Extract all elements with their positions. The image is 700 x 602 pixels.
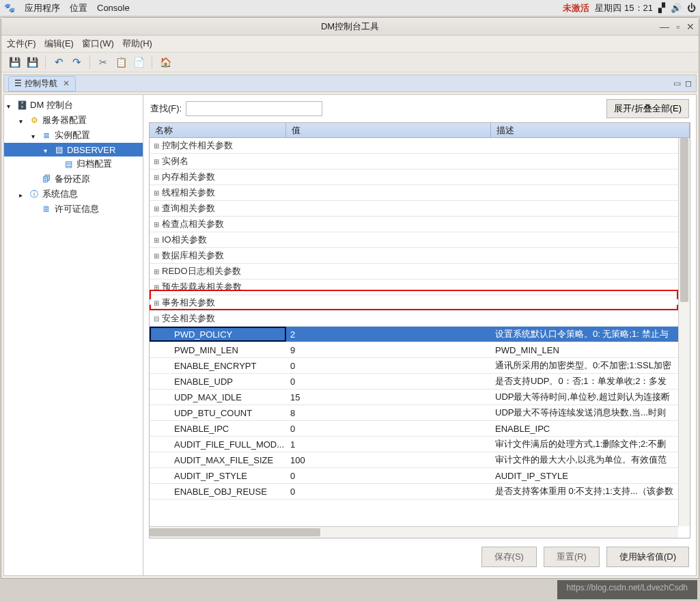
param-row[interactable]: UDP_BTU_COUNT8UDP最大不等待连续发送消息块数,当...时则	[150, 405, 678, 421]
vertical-scrollbar[interactable]	[678, 138, 690, 526]
maximize-button[interactable]: ▫	[676, 21, 680, 32]
menu-console[interactable]: Console	[97, 3, 130, 13]
param-row[interactable]: PWD_MIN_LEN9PWD_MIN_LEN	[150, 342, 678, 358]
tree-backup[interactable]: 🗐 备份还原	[4, 172, 143, 187]
group-row[interactable]: 线程相关参数	[150, 185, 678, 201]
param-value[interactable]: 0	[286, 358, 491, 373]
tree-archive-config[interactable]: ▤ 归档配置	[4, 156, 143, 172]
param-name: PWD_MIN_LEN	[150, 342, 286, 357]
group-row[interactable]: 实例名	[150, 154, 678, 169]
horizontal-scrollbar[interactable]	[150, 526, 678, 538]
redo-icon[interactable]: ↷	[69, 55, 84, 70]
volume-icon[interactable]: 🔊	[671, 3, 682, 13]
toolbar: 💾 💾 ↶ ↷ ✂ 📋 📄 🏠	[1, 52, 699, 72]
group-row[interactable]: 内存相关参数	[150, 169, 678, 185]
close-button[interactable]: ✕	[686, 21, 695, 32]
param-row[interactable]: AUDIT_FILE_FULL_MOD...1审计文件满后的处理方式,1:删除文…	[150, 437, 678, 452]
param-row[interactable]: AUDIT_MAX_FILE_SIZE100审计文件的最大大小,以兆为单位。有效…	[150, 452, 678, 468]
param-row[interactable]: ENABLE_OBJ_REUSE0是否支持客体重用 0:不支持;1:支持...（…	[150, 484, 678, 500]
tree-label: 实例配置	[55, 129, 90, 141]
param-value[interactable]: 9	[286, 342, 491, 357]
save-all-icon[interactable]: 💾	[25, 55, 40, 70]
cut-icon[interactable]: ✂	[96, 55, 111, 70]
home-icon[interactable]: 🏠	[158, 55, 173, 70]
group-row[interactable]: 事务相关参数	[150, 295, 678, 311]
param-value[interactable]: 100	[286, 452, 491, 467]
param-value[interactable]: 1	[286, 437, 491, 452]
cell-desc	[491, 264, 678, 279]
tree-dbserver[interactable]: ▤ DBSERVER	[4, 143, 143, 156]
param-desc: AUDIT_IP_STYLE	[491, 468, 678, 483]
param-desc: ENABLE_IPC	[491, 421, 678, 436]
col-desc[interactable]: 描述	[491, 123, 690, 137]
scrollbar-thumb[interactable]	[680, 138, 688, 302]
param-value[interactable]: 0	[286, 468, 491, 483]
power-icon[interactable]: ⏻	[687, 3, 696, 13]
close-icon[interactable]: ✕	[63, 79, 70, 88]
group-row[interactable]: 数据库相关参数	[150, 248, 678, 264]
param-row[interactable]: ENABLE_IPC0ENABLE_IPC	[150, 421, 678, 437]
menu-help[interactable]: 帮助(H)	[122, 38, 152, 50]
expand-collapse-button[interactable]: 展开/折叠全部(E)	[606, 99, 689, 118]
network-icon[interactable]: ▞	[658, 3, 665, 13]
group-row[interactable]: IO相关参数	[150, 232, 678, 248]
param-value[interactable]: 0	[286, 484, 491, 499]
param-row[interactable]: PWD_POLICY2设置系统默认口令策略。0: 无策略;1: 禁止与	[150, 327, 678, 342]
param-row[interactable]: ENABLE_ENCRYPT0通讯所采用的加密类型。0:不加密;1:SSL加密	[150, 358, 678, 374]
minimize-button[interactable]: —	[660, 21, 669, 32]
group-row[interactable]: 控制文件相关参数	[150, 138, 678, 154]
reset-button[interactable]: 重置(R)	[544, 547, 600, 567]
col-value[interactable]: 值	[286, 123, 491, 137]
copy-icon[interactable]: 📋	[113, 55, 128, 70]
param-value[interactable]: 0	[286, 421, 491, 436]
param-name: ENABLE_IPC	[150, 421, 286, 436]
param-value[interactable]: 8	[286, 405, 491, 420]
param-row[interactable]: AUDIT_IP_STYLE0AUDIT_IP_STYLE	[150, 468, 678, 484]
param-row[interactable]: ENABLE_UDP0是否支持UDP。0：否;1：单发单收;2：多发	[150, 374, 678, 389]
console-icon: 🗄️	[16, 100, 27, 111]
group-row[interactable]: REDO日志相关参数	[150, 264, 678, 279]
tree-root[interactable]: 🗄️ DM 控制台	[4, 98, 143, 113]
minimize-view-icon[interactable]: ▭	[673, 79, 681, 88]
menu-file[interactable]: 文件(F)	[7, 38, 36, 50]
tab-control-nav[interactable]: ☰ 控制导航 ✕	[8, 76, 76, 92]
tree-license[interactable]: 🗏 许可证信息	[4, 202, 143, 217]
tree-instance-config[interactable]: ≣ 实例配置	[4, 128, 143, 143]
group-name: 事务相关参数	[150, 295, 286, 310]
tree-sysinfo[interactable]: ⓘ 系统信息	[4, 187, 143, 202]
search-input[interactable]	[186, 101, 322, 116]
group-name: 预先装载表相关参数	[150, 279, 286, 295]
save-icon[interactable]: 💾	[7, 55, 22, 70]
group-row[interactable]: 预先装载表相关参数	[150, 279, 678, 295]
scrollbar-thumb[interactable]	[150, 528, 320, 536]
param-name: AUDIT_IP_STYLE	[150, 468, 286, 483]
caret-icon[interactable]	[7, 100, 14, 111]
paste-icon[interactable]: 📄	[131, 55, 146, 70]
param-desc: 是否支持客体重用 0:不支持;1:支持...（该参数	[491, 484, 678, 499]
menu-edit[interactable]: 编辑(E)	[44, 38, 74, 50]
cell-desc	[491, 201, 678, 216]
caret-icon[interactable]	[19, 189, 26, 200]
defaults-button[interactable]: 使用缺省值(D)	[606, 547, 689, 567]
group-row[interactable]: 安全相关参数	[150, 311, 678, 327]
tree-server-config[interactable]: ⚙ 服务器配置	[4, 113, 143, 128]
param-name: AUDIT_FILE_FULL_MOD...	[150, 437, 286, 452]
save-button[interactable]: 保存(S)	[481, 547, 537, 567]
param-value[interactable]: 15	[286, 389, 491, 405]
param-value[interactable]: 0	[286, 374, 491, 389]
menu-places[interactable]: 位置	[70, 2, 87, 14]
cell-desc	[491, 248, 678, 263]
param-value[interactable]: 2	[286, 327, 491, 342]
col-name[interactable]: 名称	[150, 123, 286, 137]
param-desc: 审计文件满后的处理方式,1:删除文件;2:不删	[491, 437, 678, 452]
caret-icon[interactable]	[44, 145, 51, 155]
caret-icon[interactable]	[31, 131, 38, 141]
group-row[interactable]: 检查点相关参数	[150, 217, 678, 232]
maximize-view-icon[interactable]: ◻	[685, 79, 692, 88]
caret-icon[interactable]	[19, 115, 26, 126]
undo-icon[interactable]: ↶	[51, 55, 66, 70]
menu-window[interactable]: 窗口(W)	[82, 38, 114, 50]
param-row[interactable]: UDP_MAX_IDLE15UDP最大等待时间,单位秒,超过则认为连接断	[150, 389, 678, 405]
group-row[interactable]: 查询相关参数	[150, 201, 678, 217]
menu-applications[interactable]: 应用程序	[25, 2, 60, 14]
